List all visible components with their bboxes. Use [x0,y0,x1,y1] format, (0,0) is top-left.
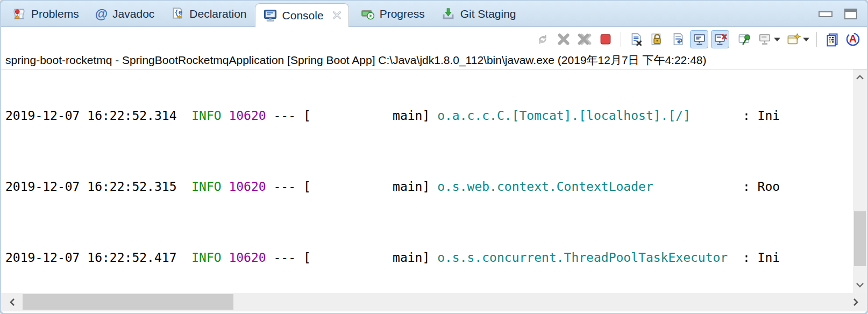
toolbar-separator [621,32,621,47]
chevron-down-icon [803,38,809,41]
maximize-icon[interactable] [844,9,857,19]
progress-icon [360,6,375,21]
relaunch-icon[interactable] [534,31,551,48]
scroll-left-icon[interactable] [5,293,19,311]
word-wrap-icon[interactable] [670,31,687,48]
console-area: 2019-12-07 16:22:52.314 INFO 10620 --- [… [1,69,867,293]
show-stdout-when-changed-icon[interactable] [691,31,708,48]
ansi-console-icon[interactable]: A [844,31,862,48]
console-log[interactable]: 2019-12-07 16:22:52.314 INFO 10620 --- [… [1,69,853,293]
horizontal-scroll-thumb[interactable] [23,294,233,310]
open-console-icon[interactable] [785,31,810,48]
tab-declaration[interactable]: {e Declaration [162,1,254,26]
view-tab-bar: Problems @ Javadoc {e Declaration [1,1,867,27]
tab-problems[interactable]: Problems [4,1,87,26]
window-bottom-edge [1,311,867,314]
declaration-icon: {e [170,7,184,21]
display-selected-console-icon[interactable] [757,31,781,48]
console-icon [263,8,278,23]
clear-console-icon[interactable] [628,31,645,48]
eclipse-console-view: Problems @ Javadoc {e Declaration [0,0,868,314]
tab-git-staging[interactable]: Git Staging [433,1,524,26]
git-staging-icon [441,6,456,21]
scroll-lock-icon[interactable] [649,31,666,48]
console-log-line: 2019-12-07 16:22:52.314 INFO 10620 --- [… [5,107,853,125]
console-toolbar: A [1,27,867,52]
tab-label: Console [282,9,324,22]
open-log-icon[interactable] [823,31,841,48]
console-process-title: spring-boot-rocketmq - SpringBootRocketm… [1,52,867,69]
svg-text:{e: {e [175,9,182,16]
remove-all-terminated-icon[interactable] [576,31,593,48]
tab-label: Declaration [189,8,246,20]
toolbar-separator [816,32,817,47]
scroll-down-icon[interactable] [853,279,867,291]
tab-console[interactable]: Console [255,3,349,27]
tab-javadoc[interactable]: @ Javadoc [87,1,163,26]
tab-label: Problems [31,8,79,20]
javadoc-icon: @ [95,6,108,22]
vertical-scrollbar[interactable] [853,69,867,293]
minimize-icon[interactable] [819,11,833,17]
tab-label: Javadoc [112,8,154,20]
tab-progress[interactable]: Progress [352,1,433,26]
chevron-down-icon [774,38,780,41]
remove-launch-icon[interactable] [555,31,572,48]
problems-icon [12,7,26,21]
svg-text:A: A [849,33,857,45]
scroll-up-icon[interactable] [853,72,867,83]
show-stderr-when-changed-icon[interactable] [712,31,729,48]
tab-label: Progress [380,8,425,20]
terminate-icon[interactable] [597,31,614,48]
close-icon[interactable] [332,10,342,20]
scroll-right-icon[interactable] [849,293,863,311]
console-log-line: 2019-12-07 16:22:52.315 INFO 10620 --- [… [5,178,853,196]
horizontal-scrollbar[interactable] [1,293,867,311]
console-log-line: 2019-12-07 16:22:52.417 INFO 10620 --- [… [5,249,853,267]
tab-label: Git Staging [460,8,516,20]
vertical-scroll-thumb[interactable] [854,211,866,266]
pin-console-icon[interactable] [736,31,753,48]
